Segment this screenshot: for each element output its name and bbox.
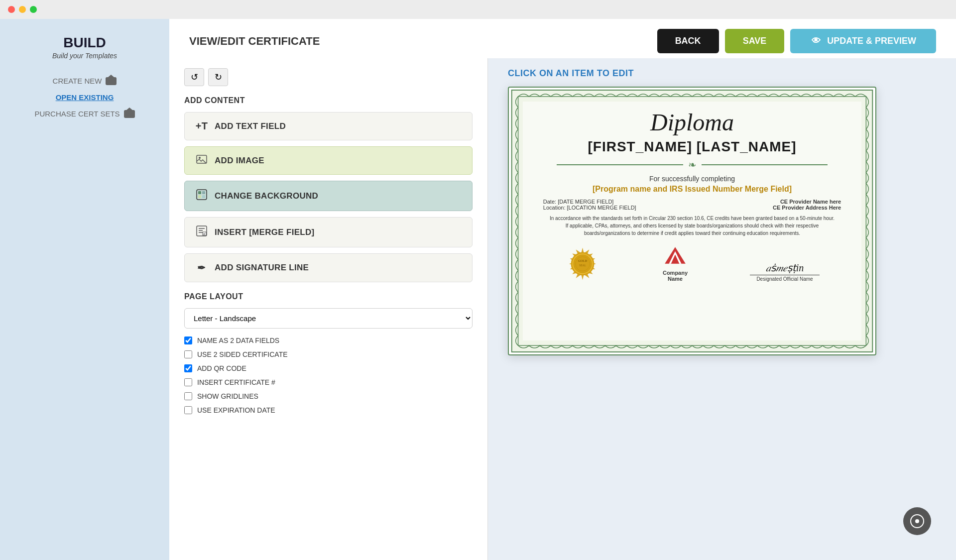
add-text-field-button[interactable]: +T ADD TEXT FIELD [184,112,473,140]
toolbar: ↺ ↻ [184,68,473,86]
provider-name: CE Provider Name here [773,199,841,205]
click-hint: CLICK ON AN ITEM TO EDIT [508,68,936,79]
cert-body-text[interactable]: In accordance with the standards set for… [548,215,836,237]
checkbox-use-2-sided[interactable]: USE 2 SIDED CERTIFICATE [184,350,473,358]
cert-provider[interactable]: CE Provider Name here CE Provider Addres… [773,199,841,211]
svg-text:#: # [203,232,205,236]
seal-svg: GOLD SEAL [565,246,600,282]
page-title: VIEW/EDIT CERTIFICATE [189,35,320,48]
date-value: [DATE MERGE FIELD] [558,199,613,205]
svg-point-1 [199,157,201,159]
cert-seal[interactable]: GOLD SEAL [565,246,600,282]
minimize-button[interactable] [19,6,26,13]
provider-address: CE Provider Address Here [773,205,841,211]
sidebar-item-label: OPEN EXISTING [56,93,114,102]
camera-icon [106,77,117,85]
add-image-button[interactable]: ADD IMAGE [184,146,473,175]
change-background-button[interactable]: CHANGE BACKGROUND [184,181,473,211]
cert-date-location[interactable]: Date: [DATE MERGE FIELD] Location: [LOCA… [543,199,636,211]
eye-icon: 👁 [810,37,822,45]
close-button[interactable] [8,6,15,13]
left-panel: ↺ ↻ ADD CONTENT +T ADD TEXT FIELD ADD IM… [169,58,488,560]
svg-text:SEAL: SEAL [579,264,586,267]
date-label: Date: [543,199,556,205]
sidebar-item-create-new[interactable]: CREATE NEW [53,75,117,87]
company-logo-svg [660,243,690,268]
cert-title[interactable]: Diploma [650,109,734,136]
fab-dot [915,519,919,523]
svg-rect-4 [202,191,205,194]
insert-cert-num-checkbox[interactable] [184,378,192,386]
signature-icon: ✒ [195,262,209,274]
svg-text:GOLD: GOLD [578,259,588,262]
add-signature-line-button[interactable]: ✒ ADD SIGNATURE LINE [184,253,473,282]
text-field-icon: +T [195,120,209,132]
redo-button[interactable]: ↻ [208,68,228,86]
checkbox-name-as-2-fields[interactable]: NAME AS 2 DATA FIELDS [184,336,473,344]
company-name: CompanyName [663,270,688,282]
sidebar: BUILD Build your Templates CREATE NEW OP… [0,0,169,560]
show-gridlines-checkbox[interactable] [184,392,192,400]
fab-icon [910,514,924,528]
name-2-fields-checkbox[interactable] [184,336,192,344]
save-button[interactable]: SAVE [725,29,785,53]
undo-button[interactable]: ↺ [184,68,204,86]
checkbox-insert-cert-num[interactable]: INSERT CERTIFICATE # [184,378,473,386]
signature-cursive: 𝑎ṡ𝑚𝑒ṣṭin [766,262,804,274]
add-content-label: ADD CONTENT [184,96,473,105]
maximize-button[interactable] [30,6,37,13]
main-content: VIEW/EDIT CERTIFICATE BACK SAVE 👁 UPDATE… [169,0,956,560]
layout-select[interactable]: Letter - Landscape Letter - Portrait A4 … [184,308,473,329]
camera-icon-2 [124,110,135,118]
merge-field-icon: # [195,225,209,239]
svg-rect-6 [202,195,205,198]
cert-divider: ❧ [557,159,828,171]
checkbox-group: NAME AS 2 DATA FIELDS USE 2 SIDED CERTIF… [184,336,473,414]
cert-program-field[interactable]: [Program name and IRS Issued Number Merg… [593,185,792,194]
cert-company[interactable]: CompanyName [660,243,690,282]
back-button[interactable]: BACK [657,29,719,53]
signature-underline [750,275,820,275]
update-preview-button[interactable]: 👁 UPDATE & PREVIEW [790,29,936,53]
use-expiration-checkbox[interactable] [184,406,192,414]
header-buttons: BACK SAVE 👁 UPDATE & PREVIEW [657,29,936,53]
signature-title: Designated Official Name [756,276,813,282]
divider-ornament: ❧ [683,159,702,171]
cert-signature-area[interactable]: 𝑎ṡ𝑚𝑒ṣṭin Designated Official Name [750,262,820,282]
location-value: [LOCATION MERGE FIELD] [567,205,636,211]
add-qr-code-checkbox[interactable] [184,364,192,372]
divider-line-right [702,164,828,165]
divider-line-left [557,164,683,165]
svg-rect-2 [197,190,207,200]
checkbox-show-gridlines[interactable]: SHOW GRIDLINES [184,392,473,400]
sidebar-item-purchase-cert-sets[interactable]: PURCHASE CERT SETS [34,108,134,120]
insert-merge-field-button[interactable]: # INSERT [MERGE FIELD] [184,217,473,247]
page-layout-section: PAGE LAYOUT Letter - Landscape Letter - … [184,292,473,414]
location-label: Location: [543,205,566,211]
page-layout-label: PAGE LAYOUT [184,292,473,301]
cert-content: Diploma [FIRST_NAME] [LAST_NAME] ❧ For s… [523,102,861,340]
checkbox-use-expiration[interactable]: USE EXPIRATION DATE [184,406,473,414]
svg-rect-5 [198,195,201,198]
cert-footer: GOLD SEAL [540,243,844,282]
use-2-sided-checkbox[interactable] [184,350,192,358]
image-icon [195,155,209,166]
sidebar-item-label: PURCHASE CERT SETS [34,110,120,118]
titlebar [0,0,956,19]
page-header: VIEW/EDIT CERTIFICATE BACK SAVE 👁 UPDATE… [169,19,956,58]
cert-date: Date: [DATE MERGE FIELD] [543,199,636,205]
cert-details: Date: [DATE MERGE FIELD] Location: [LOCA… [543,199,841,211]
checkbox-add-qr-code[interactable]: ADD QR CODE [184,364,473,372]
sidebar-item-label: CREATE NEW [53,77,102,85]
cert-location: Location: [LOCATION MERGE FIELD] [543,205,636,211]
svg-rect-3 [198,191,201,194]
sidebar-title: BUILD [63,35,106,51]
sidebar-subtitle: Build your Templates [52,52,117,60]
background-icon [195,189,209,203]
fab-button[interactable] [903,507,931,535]
cert-name-field[interactable]: [FIRST_NAME] [LAST_NAME] [588,139,796,155]
content-area: ↺ ↻ ADD CONTENT +T ADD TEXT FIELD ADD IM… [169,58,956,560]
cert-completing-text[interactable]: For successfully completing [649,175,735,183]
certificate-preview[interactable]: Diploma [FIRST_NAME] [LAST_NAME] ❧ For s… [508,87,876,355]
sidebar-item-open-existing[interactable]: OPEN EXISTING [56,91,114,104]
